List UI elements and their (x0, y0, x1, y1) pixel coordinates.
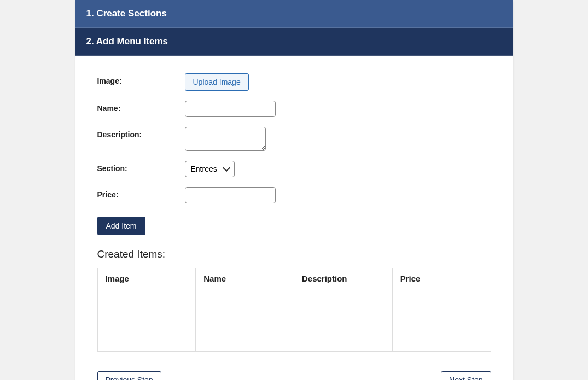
col-description: Description (294, 268, 393, 289)
section-label: Section: (97, 161, 185, 173)
created-items-table: Image Name Description Price (97, 268, 491, 352)
form-row-section: Section: Entrees (97, 161, 491, 177)
step-header-add-menu-items[interactable]: 2. Add Menu Items (75, 28, 513, 56)
created-items-title: Created Items: (97, 248, 491, 260)
previous-step-button[interactable]: Previous Step (97, 371, 161, 380)
description-label: Description: (97, 127, 185, 139)
image-label: Image: (97, 73, 185, 85)
cell-name (196, 289, 294, 352)
price-input[interactable] (185, 187, 276, 203)
table-row (97, 289, 491, 352)
col-price: Price (392, 268, 491, 289)
cell-description (294, 289, 393, 352)
description-input[interactable] (185, 127, 266, 151)
col-name: Name (196, 268, 294, 289)
nav-buttons: Previous Step Next Step (97, 371, 491, 380)
upload-image-button[interactable]: Upload Image (185, 73, 249, 91)
step-content: Image: Upload Image Name: Description: S… (75, 56, 513, 380)
col-image: Image (97, 268, 196, 289)
next-step-button[interactable]: Next Step (441, 371, 491, 380)
step1-title: 1. Create Sections (86, 8, 167, 19)
price-label: Price: (97, 187, 185, 199)
wizard-container: 1. Create Sections 2. Add Menu Items Ima… (75, 0, 513, 380)
form-row-image: Image: Upload Image (97, 73, 491, 91)
name-label: Name: (97, 101, 185, 113)
form-row-name: Name: (97, 101, 491, 117)
form-row-description: Description: (97, 127, 491, 151)
step-header-create-sections[interactable]: 1. Create Sections (75, 0, 513, 28)
section-select[interactable]: Entrees (185, 161, 235, 177)
cell-image (97, 289, 196, 352)
table-header-row: Image Name Description Price (97, 268, 491, 289)
add-item-button[interactable]: Add Item (97, 217, 145, 235)
step2-title: 2. Add Menu Items (86, 36, 168, 46)
section-select-wrap: Entrees (185, 161, 235, 177)
cell-price (392, 289, 491, 352)
name-input[interactable] (185, 101, 276, 117)
form-row-price: Price: (97, 187, 491, 203)
